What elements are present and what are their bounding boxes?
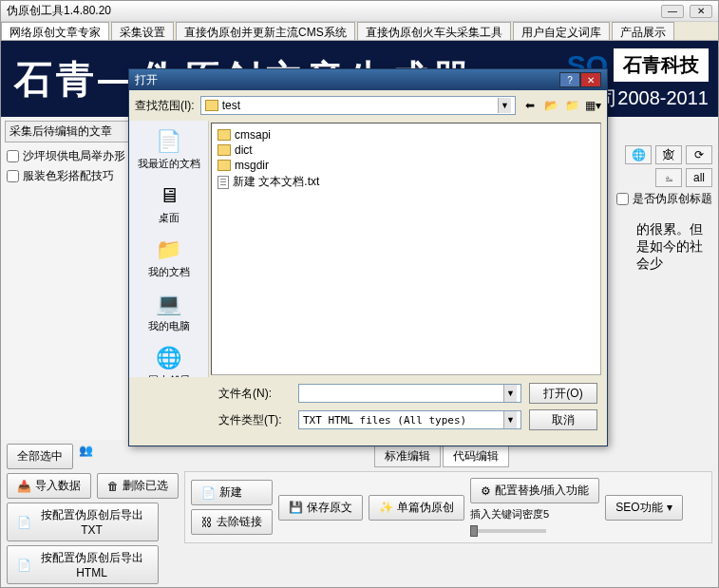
- close-button[interactable]: ✕: [690, 5, 712, 18]
- new-folder-button[interactable]: 📁: [563, 97, 580, 114]
- filename-label: 文件名(N):: [218, 386, 291, 402]
- main-tab-0[interactable]: 网络原创文章专家: [1, 22, 109, 40]
- left-panel: 采集后待编辑的文章 沙坪坝供电局举办形服装色彩搭配技巧: [1, 117, 134, 440]
- editor-tabs: 标准编辑代码编辑: [374, 446, 712, 467]
- view-menu-button[interactable]: ▦▾: [584, 97, 601, 114]
- filetype-label: 文件类型(T):: [218, 412, 291, 428]
- look-in-label: 查找范围(I):: [135, 98, 195, 114]
- file-item-1[interactable]: dict: [216, 142, 596, 158]
- right-toolbar: 🌐 🕸 ⟳: [625, 145, 712, 164]
- group-title: 采集后待编辑的文章: [5, 121, 129, 142]
- chevron-down-icon[interactable]: ▼: [503, 411, 517, 428]
- place-2[interactable]: 📁我的文档: [129, 233, 208, 283]
- up-button[interactable]: 📂: [542, 97, 559, 114]
- import-button[interactable]: 📥 导入数据: [7, 473, 91, 499]
- file-name: cmsapi: [235, 128, 271, 142]
- tool-web-icon[interactable]: 🕸: [655, 145, 682, 164]
- place-0[interactable]: 📄我最近的文档: [129, 124, 208, 175]
- main-tabs: 网络原创文章专家采集设置直接伪原创并更新主流CMS系统直接伪原创火车头采集工具用…: [1, 22, 718, 41]
- article-checkbox[interactable]: [7, 150, 19, 162]
- place-label: 我的文档: [148, 265, 190, 279]
- config-col: ⚙ 配置替换/插入功能 插入关键词密度5: [470, 478, 599, 537]
- people-icon: 👥: [79, 444, 93, 469]
- open-button[interactable]: 打开(O): [529, 383, 597, 404]
- place-label: 我的电脑: [148, 319, 190, 333]
- place-4[interactable]: 🌐网上邻居: [129, 341, 208, 377]
- right-toolbar2: ⎁ all: [655, 168, 712, 187]
- titlebar: 伪原创工具1.4.80.20 — ✕: [1, 1, 718, 22]
- place-1[interactable]: 🖥桌面: [129, 179, 208, 229]
- file-item-3[interactable]: 新建 文本文档.txt: [216, 173, 596, 191]
- remove-link-button[interactable]: ⛓ 去除链接: [191, 509, 273, 535]
- new-col: 📄 新建 ⛓ 去除链接: [191, 480, 273, 535]
- article-item-0[interactable]: 沙坪坝供电局举办形: [5, 146, 129, 166]
- file-item-0[interactable]: cmsapi: [216, 127, 596, 142]
- window-controls: — ✕: [661, 5, 712, 18]
- dialog-close-button[interactable]: ✕: [580, 72, 601, 87]
- file-name: 新建 文本文档.txt: [233, 174, 319, 190]
- chevron-down-icon[interactable]: ▼: [498, 98, 511, 113]
- file-item-2[interactable]: msgdir: [216, 158, 596, 173]
- places-bar: 📄我最近的文档🖥桌面📁我的文档💻我的电脑🌐网上邻居: [129, 121, 209, 377]
- dialog-titlebar[interactable]: 打开 ? ✕: [129, 69, 607, 90]
- density-label: 插入关键词密度5: [470, 507, 599, 522]
- pseudo-one-button[interactable]: ✨ 单篇伪原创: [369, 495, 464, 521]
- current-path: test: [222, 99, 240, 112]
- place-icon: 📁: [154, 237, 184, 263]
- cancel-button[interactable]: 取消: [529, 409, 597, 430]
- seo-button[interactable]: SEO功能 ▾: [605, 495, 682, 521]
- pseudo-title-label: 是否伪原创标题: [633, 191, 712, 207]
- article-label: 服装色彩搭配技巧: [23, 168, 114, 184]
- dialog-title: 打开: [135, 72, 158, 88]
- file-open-dialog: 打开 ? ✕ 查找范围(I): test ▼ ⬅ 📂 📁 ▦▾ 📄我最近的文档🖥…: [128, 68, 608, 446]
- filetype-dropdown[interactable]: TXT HTML files (All types) ▼: [298, 410, 521, 429]
- tool-globe-icon[interactable]: 🌐: [625, 145, 652, 164]
- brand-box: 石青科技: [614, 48, 709, 82]
- banner-sub: 司2008-2011: [598, 85, 709, 111]
- tool-b-icon[interactable]: ⎁: [655, 168, 682, 187]
- look-in-dropdown[interactable]: test ▼: [200, 96, 516, 115]
- tool-all-icon[interactable]: all: [686, 168, 712, 187]
- export-html-button[interactable]: 📄 按配置伪原创后导出HTML: [7, 545, 159, 584]
- folder-icon: [218, 144, 231, 156]
- filename-input[interactable]: ▼: [298, 384, 521, 403]
- main-tab-2[interactable]: 直接伪原创并更新主流CMS系统: [176, 22, 355, 40]
- back-button[interactable]: ⬅: [521, 97, 539, 114]
- mid-col1: 全部选中 👥 📥 导入数据 🗑 删除已选 📄 按配置伪原创后导出TXT 📄 按配…: [7, 444, 179, 584]
- place-icon: 📄: [154, 128, 184, 155]
- save-button[interactable]: 💾 保存原文: [278, 495, 363, 521]
- folder-icon: [218, 129, 231, 141]
- chevron-down-icon[interactable]: ▼: [503, 385, 517, 402]
- file-name: dict: [235, 143, 253, 157]
- main-tab-1[interactable]: 采集设置: [111, 22, 174, 40]
- pseudo-title-check[interactable]: 是否伪原创标题: [616, 191, 712, 207]
- window-title: 伪原创工具1.4.80.20: [7, 3, 111, 19]
- place-3[interactable]: 💻我的电脑: [129, 287, 208, 337]
- filetype-value: TXT HTML files (All types): [303, 414, 503, 427]
- new-button[interactable]: 📄 新建: [191, 480, 273, 505]
- main-tab-4[interactable]: 用户自定义词库: [513, 22, 610, 40]
- place-icon: 💻: [154, 291, 184, 317]
- editor-tab-1[interactable]: 代码编辑: [443, 446, 509, 467]
- dialog-help-button[interactable]: ?: [559, 72, 580, 87]
- file-list[interactable]: cmsapidictmsgdir新建 文本文档.txt: [211, 123, 601, 375]
- config-replace-button[interactable]: ⚙ 配置替换/插入功能: [470, 478, 599, 503]
- article-item-1[interactable]: 服装色彩搭配技巧: [5, 166, 129, 186]
- minimize-button[interactable]: —: [661, 5, 684, 18]
- article-checkbox[interactable]: [7, 170, 19, 182]
- editor-area: 标准编辑代码编辑 📄 新建 ⛓ 去除链接 💾 保存原文 ✨ 单篇伪原创 ⚙ 配置…: [184, 444, 712, 584]
- density-slider[interactable]: [470, 529, 546, 533]
- place-icon: 🖥: [154, 182, 184, 209]
- export-txt-button[interactable]: 📄 按配置伪原创后导出TXT: [7, 503, 159, 541]
- pseudo-title-checkbox[interactable]: [616, 193, 629, 205]
- place-label: 桌面: [159, 211, 180, 225]
- select-all-button[interactable]: 全部选中: [7, 444, 73, 469]
- file-name: msgdir: [235, 159, 269, 172]
- main-tab-5[interactable]: 产品展示: [612, 22, 674, 40]
- editor-tab-0[interactable]: 标准编辑: [374, 446, 441, 467]
- main-tab-3[interactable]: 直接伪原创火车头采集工具: [357, 22, 511, 40]
- place-label: 我最近的文档: [138, 157, 200, 171]
- delete-selected-button[interactable]: 🗑 删除已选: [97, 473, 179, 499]
- tool-refresh-icon[interactable]: ⟳: [686, 145, 712, 164]
- article-label: 沙坪坝供电局举办形: [23, 148, 125, 164]
